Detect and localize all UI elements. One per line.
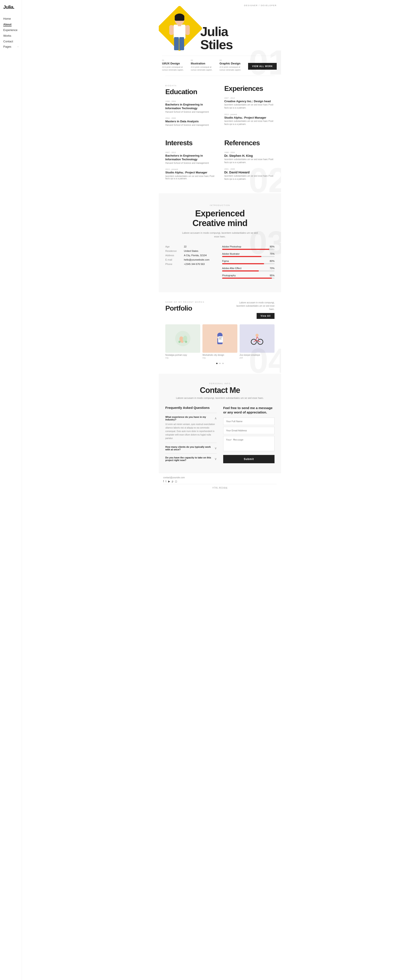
svg-rect-19 — [219, 339, 222, 339]
int-1-school: Harvard School of Science and management — [165, 162, 216, 164]
contact-header: PERSONAL INFO Contact Me Labore accusam … — [165, 382, 275, 399]
main-content: DESIGNER / DEVELOPER — [159, 0, 281, 495]
int-2-title: Studio Alpha.: Project Manager — [165, 171, 216, 175]
edu-exp-section: BIODATA Education 1998 - 2004 Bachelors … — [159, 76, 281, 139]
svg-rect-8 — [178, 24, 181, 26]
service-3-desc: At in proin consequat at cursus venenati… — [219, 66, 245, 71]
edu-1-school: Harvard School of Science and management — [165, 111, 216, 113]
ref-2-desc: Iacentem substantiales um se sed esse ha… — [224, 175, 275, 181]
phone-value: +2345 344 676 563 — [184, 263, 205, 266]
message-textarea[interactable] — [223, 436, 275, 451]
about-bg-number: 03 — [249, 226, 281, 259]
faq-toggle-1[interactable]: ∧ — [215, 417, 217, 420]
portfolio-thumb-3 — [240, 325, 275, 353]
submit-button[interactable]: Submit — [223, 455, 275, 463]
education-col: BIODATA Education 1998 - 2004 Bachelors … — [165, 84, 216, 130]
education-title: Education — [165, 88, 216, 96]
contact-two-col: Frequently Asked Questions What experien… — [165, 406, 275, 464]
about-desc: Labore accusam in modo compungi, lacente… — [182, 231, 258, 239]
svg-rect-3 — [173, 25, 185, 39]
ref-2-date: 2001 - 2008 — [224, 168, 275, 170]
contact-form: Feel free to send me a message or any wo… — [223, 406, 275, 464]
int-item-1: 2007 - 2013 Bachelors in Engineering in … — [165, 151, 216, 164]
faq-section: Frequently Asked Questions What experien… — [165, 406, 217, 464]
edu-2-date: 2004 - 2006 — [165, 117, 216, 119]
references-title: References — [224, 139, 275, 147]
svg-point-12 — [178, 341, 181, 343]
faq-answer-1: Ut enim ad minim veniam, quis nostrud ex… — [165, 423, 217, 440]
hero-last-name: Stiles — [200, 38, 277, 51]
interests-refs-section: Interests 2007 - 2013 Bachelors in Engin… — [159, 139, 281, 193]
pinterest-icon[interactable]: p — [172, 480, 173, 483]
hero-services: 01 UI/UX Design At in proin consequat at… — [162, 56, 277, 71]
dot-2[interactable] — [219, 363, 221, 364]
about-section: INTRODUCTION Experienced Creative mind L… — [159, 193, 281, 292]
svg-rect-7 — [185, 25, 190, 35]
footer: contact@yoursite.com f t ▶ p ◻ HTML 网页模板 — [159, 473, 281, 495]
faq-toggle-3[interactable]: ∨ — [215, 457, 217, 461]
int-1-title: Bachelors in Engineering in Information … — [165, 154, 216, 161]
phone-label: Phone — [165, 263, 181, 266]
portfolio-thumb-2 — [202, 325, 237, 353]
skill-figma-bar — [222, 263, 275, 264]
dot-1[interactable] — [216, 363, 218, 364]
email-input[interactable] — [223, 427, 275, 434]
instagram-icon[interactable]: ◻ — [175, 480, 177, 483]
age-label: Age — [165, 245, 181, 248]
skill-photography-percent: 95% — [270, 274, 275, 277]
portfolio-dots — [165, 361, 275, 365]
residence-label: Residence — [165, 250, 181, 252]
service-2-title: Illustration — [191, 62, 216, 65]
svg-point-13 — [185, 341, 187, 343]
svg-rect-5 — [179, 37, 184, 50]
service-1-desc: At in proin consequat at cursus venenati… — [162, 66, 188, 71]
exp-1-title: Creative Agency Inc.: Design head — [224, 100, 275, 103]
portfolio-2-title: Workaholic city design — [202, 354, 237, 356]
svg-rect-2 — [175, 15, 184, 21]
faq-question-2[interactable]: How many clients do you typically work w… — [165, 445, 217, 451]
faq-question-1[interactable]: What experience do you have in my indust… — [165, 416, 217, 421]
portfolio-1-tag: svg — [165, 357, 200, 359]
ref-1-desc: Iacentem substantiales um se sed esse ha… — [224, 158, 275, 164]
skill-aftereffect-fill — [222, 270, 259, 272]
faq-toggle-2[interactable]: ∨ — [215, 446, 217, 450]
designer-label: DESIGNER / DEVELOPER — [244, 4, 277, 6]
contact-title: Contact Me — [165, 386, 275, 395]
skill-photography-name: Photography — [222, 274, 236, 277]
view-all-work-button[interactable]: VIEW ALL WORK — [248, 63, 277, 70]
exp-2-desc: Iacentem substantiales um se sed esse ha… — [224, 120, 275, 126]
info-age-row: Age 22 — [165, 245, 218, 248]
dot-3[interactable] — [223, 363, 224, 364]
contact-section: PERSONAL INFO Contact Me Labore accusam … — [159, 374, 281, 473]
hero-section: DESIGNER / DEVELOPER — [159, 0, 281, 76]
exp-item-1: 2007 - 2013 Creative Agency Inc.: Design… — [224, 97, 275, 110]
name-input[interactable] — [223, 418, 275, 425]
portfolio-view-all-button[interactable]: View All — [257, 313, 275, 319]
edu-2-school: Harvard School of Science and management — [165, 124, 216, 126]
portfolio-3-title: Zoo keeper envelope — [240, 354, 275, 356]
footer-email: contact@yoursite.com — [163, 476, 277, 479]
references-col: References 1998 - 2004 Dr. Stephen H. Ki… — [224, 139, 275, 185]
facebook-icon[interactable]: f — [163, 480, 164, 483]
hero-name: Julia Stiles — [200, 25, 277, 51]
svg-rect-6 — [169, 25, 173, 35]
faq-item-3: Do you have the capacity to take on this… — [165, 453, 217, 464]
portfolio-item-1: Nostalgia portrait copy svg — [165, 325, 200, 359]
faq-item-1: What experience do you have in my indust… — [165, 413, 217, 443]
email-label: E-mail — [165, 258, 181, 261]
interests-title: Interests — [165, 139, 216, 147]
youtube-icon[interactable]: ▶ — [168, 480, 170, 483]
service-3-num: 03 — [219, 59, 245, 61]
skill-illustrator-name: Adobe Illustrator — [222, 253, 240, 255]
skill-figma-name: Figma — [222, 260, 229, 262]
about-title-line1: Experienced — [165, 208, 275, 218]
faq-question-3[interactable]: Do you have the capacity to take on this… — [165, 456, 217, 461]
int-item-2: 2013 - present Studio Alpha.: Project Ma… — [165, 168, 216, 180]
twitter-icon[interactable]: t — [165, 480, 166, 483]
info-phone-row: Phone +2345 344 676 563 — [165, 263, 218, 266]
about-info: Age 22 Residence United States Address A… — [165, 245, 218, 281]
faq-question-2-text: How many clients do you typically work w… — [165, 445, 215, 451]
portfolio-header: SOME OF MY RECENT WORKS Portfolio Labore… — [165, 301, 275, 319]
experiences-title: Experiences — [224, 84, 275, 92]
int-1-date: 2007 - 2013 — [165, 151, 216, 154]
